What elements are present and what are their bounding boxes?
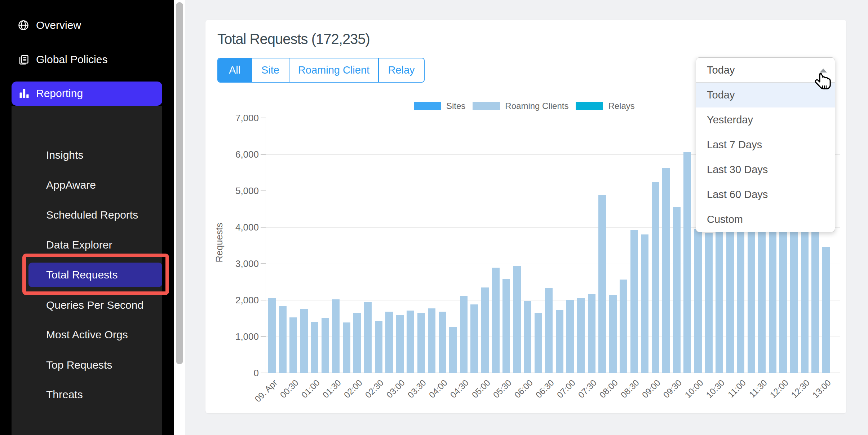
bar[interactable] <box>737 216 744 373</box>
sidebar-item-reporting[interactable]: Reporting <box>12 82 162 106</box>
bar[interactable] <box>588 294 595 373</box>
legend-swatch <box>473 102 500 110</box>
dropdown-options: TodayYesterdayLast 7 DaysLast 30 DaysLas… <box>696 83 835 232</box>
scrollbar-thumb[interactable] <box>176 2 183 364</box>
bar[interactable] <box>769 225 776 373</box>
legend-swatch <box>576 102 603 110</box>
dropdown-option-last-60-days[interactable]: Last 60 Days <box>696 182 835 207</box>
bar[interactable] <box>641 234 648 373</box>
y-tick <box>261 336 266 337</box>
sidebar-item-label: Overview <box>36 19 81 31</box>
bar[interactable] <box>332 299 340 373</box>
bar[interactable] <box>513 266 521 373</box>
bar[interactable] <box>407 311 414 373</box>
bar[interactable] <box>535 313 542 373</box>
scope-tabs: AllSiteRoaming ClientRelay <box>217 58 425 83</box>
bar[interactable] <box>694 229 702 373</box>
selected-date-range: Today <box>707 58 735 82</box>
sidebar-item-threats[interactable]: Threats <box>12 383 162 406</box>
legend-item-sites[interactable]: Sites <box>414 101 465 111</box>
bar[interactable] <box>545 288 553 373</box>
bar[interactable] <box>758 210 766 373</box>
bar[interactable] <box>449 327 457 373</box>
bar[interactable] <box>428 308 435 373</box>
tab-relay[interactable]: Relay <box>378 58 424 82</box>
bar[interactable] <box>748 228 755 373</box>
sidebar-item-overview[interactable]: Overview <box>0 14 162 37</box>
bar[interactable] <box>322 318 329 373</box>
bar[interactable] <box>353 313 361 373</box>
sidebar-item-global-policies[interactable]: Global Policies <box>0 48 162 71</box>
bar[interactable] <box>502 279 510 373</box>
bar[interactable] <box>779 219 787 373</box>
bar[interactable] <box>609 295 617 373</box>
sidebar-item-top-requests[interactable]: Top Requests <box>12 353 162 377</box>
bar[interactable] <box>662 168 670 373</box>
bar[interactable] <box>375 321 382 373</box>
bar[interactable] <box>620 280 627 373</box>
bar-chart-icon <box>19 88 30 99</box>
dropdown-option-last-7-days[interactable]: Last 7 Days <box>696 132 835 157</box>
sidebar-item-data-explorer[interactable]: Data Explorer <box>12 233 162 256</box>
tab-all[interactable]: All <box>218 58 251 82</box>
y-tick-label: 2,000 <box>216 294 259 306</box>
legend-swatch <box>414 102 441 110</box>
bar[interactable] <box>801 212 809 373</box>
bar[interactable] <box>439 312 446 373</box>
sidebar-item-scheduled-reports[interactable]: Scheduled Reports <box>12 203 162 227</box>
bar[interactable] <box>396 315 404 373</box>
sidebar-item-appaware[interactable]: AppAware <box>12 173 162 197</box>
legend-label: Sites <box>446 101 465 111</box>
bar[interactable] <box>268 298 276 373</box>
sidebar-item-insights[interactable]: Insights <box>12 144 162 167</box>
legend-label: Roaming Clients <box>505 101 568 111</box>
dropdown-option-yesterday[interactable]: Yesterday <box>696 107 835 132</box>
bar[interactable] <box>524 301 531 373</box>
bar[interactable] <box>300 309 308 373</box>
dropdown-option-last-30-days[interactable]: Last 30 Days <box>696 157 835 182</box>
sidebar-item-label: Reporting <box>36 87 83 100</box>
bar[interactable] <box>470 304 478 373</box>
tab-roaming-client[interactable]: Roaming Client <box>289 58 378 82</box>
bar[interactable] <box>566 300 574 373</box>
y-tick <box>261 154 266 155</box>
chart-legend: SitesRoaming ClientsRelays <box>414 101 642 111</box>
bar[interactable] <box>652 182 659 373</box>
total-requests-card: Total Requests (172,235) AllSiteRoaming … <box>205 20 846 413</box>
bar[interactable] <box>630 230 638 373</box>
y-tick <box>261 190 266 191</box>
y-tick <box>261 227 266 228</box>
bar[interactable] <box>716 230 723 373</box>
sidebar-item-total-requests[interactable]: Total Requests <box>28 263 162 287</box>
bar[interactable] <box>311 322 318 373</box>
bar[interactable] <box>343 322 350 373</box>
bar[interactable] <box>577 298 585 373</box>
y-tick <box>261 373 266 373</box>
bar[interactable] <box>673 207 681 373</box>
legend-item-roaming-clients[interactable]: Roaming Clients <box>473 101 568 111</box>
bar[interactable] <box>556 310 563 373</box>
bar[interactable] <box>705 233 713 373</box>
bar[interactable] <box>790 229 798 373</box>
y-tick <box>261 300 266 300</box>
bar[interactable] <box>460 296 468 373</box>
bar[interactable] <box>289 317 297 373</box>
dropdown-option-custom[interactable]: Custom <box>696 207 835 232</box>
sidebar-item-label: Global Policies <box>36 53 107 66</box>
bar[interactable] <box>364 302 372 373</box>
bar[interactable] <box>811 222 819 373</box>
y-tick <box>261 263 266 264</box>
bar[interactable] <box>385 312 393 373</box>
bar[interactable] <box>822 247 830 373</box>
bar[interactable] <box>279 306 287 373</box>
sidebar-item-queries-per-second[interactable]: Queries Per Second <box>12 294 162 317</box>
bar[interactable] <box>598 195 606 373</box>
bar[interactable] <box>726 224 734 373</box>
bar[interactable] <box>481 287 489 373</box>
sidebar-item-most-active-orgs[interactable]: Most Active Orgs <box>12 323 162 346</box>
bar[interactable] <box>492 268 500 373</box>
tab-site[interactable]: Site <box>251 58 289 82</box>
legend-item-relays[interactable]: Relays <box>576 101 634 111</box>
bar[interactable] <box>417 313 425 373</box>
bar[interactable] <box>683 152 691 373</box>
